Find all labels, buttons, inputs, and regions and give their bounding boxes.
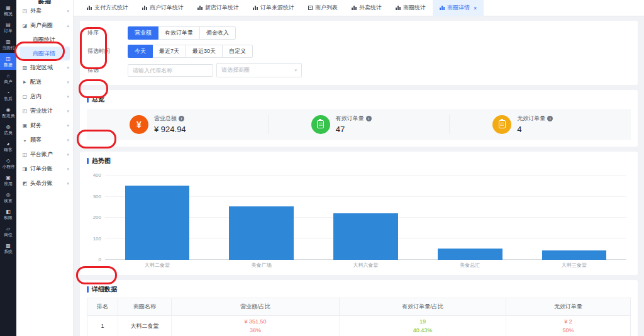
circle-select[interactable]: 请选择商圈 ▾ — [216, 63, 302, 77]
tab-circle-detail[interactable]: 商圈详情× — [433, 0, 484, 16]
close-icon[interactable]: × — [474, 5, 477, 11]
sidebar-subitem-circle-detail[interactable]: 商圈详情 — [19, 47, 70, 60]
tab-bar: 支付方式统计商户订单统计新店订单统计订单来源统计商户列表外卖统计商圈统计商圈详情… — [74, 0, 644, 16]
sidebar-item-toutiao-split[interactable]: ◩头条分账▾ — [16, 176, 73, 191]
merchant-icon: ⌂ — [7, 74, 10, 79]
rail-item-facepay[interactable]: ▥当面付 — [0, 36, 16, 53]
tab-merchant-order-stats[interactable]: 商户订单统计 — [135, 0, 191, 16]
x-axis-label: 大料二食堂 — [105, 262, 209, 269]
trend-chart: 0100200300400 — [105, 176, 626, 260]
sort-option-0[interactable]: 营业额 — [128, 26, 158, 40]
rail-item-aftersale[interactable]: ◔售后 — [0, 87, 16, 104]
sidebar-item-label: 财务 — [30, 121, 42, 130]
sidebar-item-instore[interactable]: ▢店内▾ — [16, 89, 73, 104]
rail-item-customer[interactable]: ◕顾客 — [0, 138, 16, 155]
bar-4[interactable] — [542, 250, 607, 260]
tab-order-source-stats[interactable]: 订单来源统计 — [246, 0, 301, 16]
stat-text: 有效订单量!47 — [336, 115, 372, 134]
sidebar-item-label: 商户商圈 — [30, 21, 53, 30]
info-icon[interactable]: ! — [179, 116, 184, 121]
rail: ▦概况▤订单▥当面付◫数据⌂商户◔售后◉配送员◍店员◕顾客◇小程序▣应用◎设置◧… — [0, 0, 16, 336]
sidebar-items: ◳外卖▾◪商户商圈▴商圈统计商圈详情▨指定区域▾►配送▾▢店内▾◰营业统计▾▣财… — [16, 4, 73, 191]
platform-account-icon: ◫ — [22, 152, 28, 157]
info-icon[interactable]: ! — [547, 116, 553, 121]
x-axis-label: 美食总汇 — [418, 262, 522, 269]
details-section-title: 详细数据 — [80, 280, 638, 298]
overview-section-title: 总览 — [80, 90, 638, 108]
tab-merchant-list[interactable]: 商户列表 — [301, 0, 345, 16]
aftersale-icon: ◔ — [7, 91, 10, 96]
rail-item-permissions[interactable]: ◧权限 — [0, 206, 16, 223]
tab-circle-stats[interactable]: 商圈统计 — [389, 0, 433, 16]
main-area: 支付方式统计商户订单统计新店订单统计订单来源统计商户列表外卖统计商圈统计商圈详情… — [74, 0, 644, 336]
stat-label: 营业总额! — [154, 115, 186, 123]
filter-label: 筛选 — [87, 66, 128, 74]
time-option-0[interactable]: 今天 — [128, 45, 153, 58]
info-icon[interactable]: ! — [366, 116, 372, 121]
sidebar-item-finance[interactable]: ▣财务▾ — [16, 118, 73, 133]
sort-option-1[interactable]: 有效订单量 — [158, 26, 200, 40]
tab-label: 商户列表 — [315, 4, 338, 12]
sidebar-item-business-circle[interactable]: ◪商户商圈▴ — [16, 18, 73, 33]
rail-item-merchant[interactable]: ⌂商户 — [0, 70, 16, 87]
stat-value: 47 — [336, 125, 372, 134]
sidebar-item-platform-account[interactable]: ◫平台账户▾ — [16, 147, 73, 162]
sidebar-subitem-circle-stats[interactable]: 商圈统计 — [19, 33, 70, 47]
rail-item-system[interactable]: ▩系统 — [0, 240, 16, 257]
chevron-icon: ▾ — [67, 123, 69, 128]
bar-chart-icon — [142, 6, 147, 10]
bar-0[interactable] — [125, 186, 190, 260]
sidebar-item-delivery[interactable]: ►配送▾ — [16, 75, 73, 89]
rail-item-label: 订单 — [4, 28, 12, 33]
sidebar-item-takeout[interactable]: ◳外卖▾ — [16, 4, 73, 18]
title-accent-bar — [87, 286, 89, 293]
rail-item-label: 当面付 — [2, 45, 14, 50]
tab-pay-method-stats[interactable]: 支付方式统计 — [80, 0, 135, 16]
tab-label: 新店订单统计 — [205, 4, 239, 12]
rail-item-overview[interactable]: ▦概况 — [0, 2, 16, 19]
stat-value: ¥ 924.94 — [154, 125, 186, 134]
time-option-1[interactable]: 最近7天 — [152, 45, 186, 58]
sidebar-item-region[interactable]: ▨指定区域▾ — [16, 60, 73, 75]
sidebar-item-customers[interactable]: ◒顾客▾ — [16, 133, 73, 147]
stat-label-text: 有效订单量 — [336, 115, 364, 123]
bar-chart-icon — [396, 6, 401, 10]
x-axis-label: 美食广场 — [209, 262, 314, 269]
chevron-icon: ▾ — [67, 181, 69, 186]
title-accent-bar — [87, 158, 89, 164]
x-axis-label: 大料三食堂 — [522, 262, 626, 269]
bar-3[interactable] — [438, 249, 502, 260]
time-option-3[interactable]: 自定义 — [222, 45, 253, 58]
rail-item-miniprogram[interactable]: ◇小程序 — [0, 155, 16, 172]
rail-item-label: 权限 — [4, 215, 12, 220]
tab-takeout-stats[interactable]: 外卖统计 — [345, 0, 389, 16]
sidebar-item-business-stats[interactable]: ◰营业统计▾ — [16, 104, 73, 118]
settings-icon: ◎ — [6, 193, 11, 198]
stat-label: 有效订单量! — [336, 115, 372, 123]
sort-option-2[interactable]: 佣金收入 — [199, 26, 236, 40]
rail-item-data[interactable]: ◫数据 — [0, 53, 16, 70]
bar-slot — [105, 176, 209, 260]
time-option-2[interactable]: 最近30天 — [186, 45, 223, 58]
rail-item-courier[interactable]: ◉配送员 — [0, 104, 16, 121]
details-card: 详细数据 排名商圈名称营业额/占比有效订单量/占比无效订单量 1大料二食堂¥ 3… — [80, 280, 638, 336]
tab-new-store-order-stats[interactable]: 新店订单统计 — [191, 0, 246, 16]
sidebar-item-order-split[interactable]: ◨订单分账▾ — [16, 162, 73, 176]
trend-title: 趋势图 — [92, 157, 111, 165]
rail-item-positions[interactable]: ▱岗位 — [0, 223, 16, 240]
chevron-icon: ▾ — [67, 109, 69, 114]
bar-2[interactable] — [333, 213, 398, 260]
bar-slot — [522, 176, 626, 260]
title-accent-bar — [87, 96, 89, 103]
percent-line: 38% — [250, 327, 261, 335]
rail-item-settings[interactable]: ◎设置 — [0, 189, 16, 206]
agent-name-input[interactable] — [128, 64, 213, 77]
tab-label: 商户订单统计 — [150, 4, 184, 12]
cell-revenue: ¥ 351.5038% — [172, 316, 340, 336]
rail-item-apps[interactable]: ▣应用 — [0, 172, 16, 189]
business-stats-icon: ◰ — [22, 108, 28, 114]
permissions-icon: ◧ — [6, 210, 11, 215]
rail-item-clerk[interactable]: ◍店员 — [0, 121, 16, 138]
bar-1[interactable] — [229, 206, 294, 260]
rail-item-orders[interactable]: ▤订单 — [0, 19, 16, 36]
